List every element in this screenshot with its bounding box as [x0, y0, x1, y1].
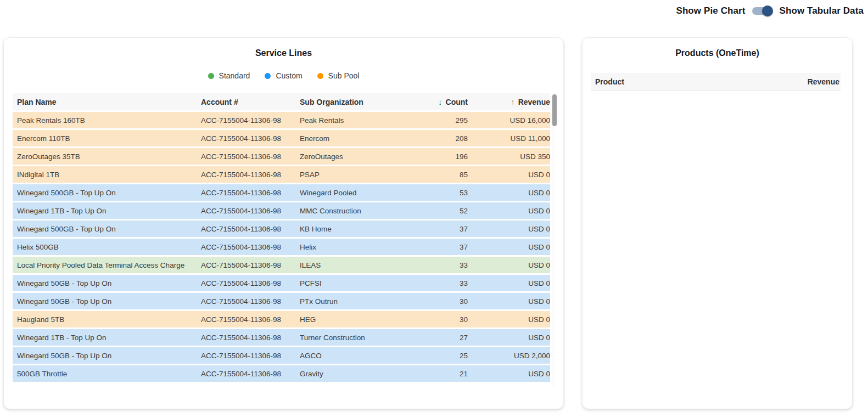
- table-row[interactable]: Winegard 50GB - Top Up OnACC-7155004-113…: [13, 293, 550, 309]
- legend-label: Custom: [276, 71, 302, 80]
- cell-revenue: USD 0: [468, 261, 550, 269]
- show-pie-chart-label[interactable]: Show Pie Chart: [676, 5, 745, 16]
- cell-revenue: USD 350: [468, 152, 550, 161]
- cell-account: ACC-7155004-11306-98: [201, 171, 300, 179]
- column-header-plan-name[interactable]: Plan Name: [17, 98, 201, 106]
- sort-descending-arrow-icon: ↓: [438, 97, 443, 106]
- table-row[interactable]: Winegard 1TB - Top Up OnACC-7155004-1130…: [13, 329, 550, 346]
- products-table-body: [591, 91, 841, 113]
- cell-account: ACC-7155004-11306-98: [201, 261, 300, 269]
- products-table-header: Product Revenue: [591, 73, 841, 91]
- cell-plan: Winegard 1TB - Top Up On: [17, 334, 201, 342]
- cell-sub-organization: Enercom: [300, 134, 396, 143]
- cell-account: ACC-7155004-11306-98: [201, 334, 300, 342]
- legend-label: Sub Pool: [328, 71, 360, 80]
- column-header-count[interactable]: ↓Count: [396, 97, 468, 106]
- column-header-sub-organization[interactable]: Sub Organization: [300, 98, 396, 106]
- cell-account: ACC-7155004-11306-98: [201, 352, 300, 360]
- cell-revenue: USD 0: [468, 370, 550, 378]
- cell-plan: Helix 500GB: [17, 243, 201, 251]
- service-lines-table-body: Peak Rentals 160TBACC-7155004-11306-98Pe…: [13, 112, 550, 382]
- table-row[interactable]: 500GB ThrottleACC-7155004-11306-98Gravit…: [13, 365, 550, 382]
- cell-sub-organization: Gravity: [300, 370, 396, 378]
- sort-ascending-arrow-icon: ↑: [511, 97, 515, 106]
- cell-revenue: USD 0: [468, 171, 550, 179]
- table-row[interactable]: Winegard 50GB - Top Up OnACC-7155004-113…: [13, 347, 550, 364]
- cell-plan: Winegard 500GB - Top Up On: [17, 189, 201, 197]
- cell-sub-organization: KB Home: [300, 225, 396, 233]
- cell-account: ACC-7155004-11306-98: [201, 370, 300, 378]
- legend-item-standard[interactable]: Standard: [208, 71, 250, 80]
- cell-count: 27: [396, 334, 468, 342]
- service-lines-table: Plan Name Account # Sub Organization ↓Co…: [13, 93, 550, 382]
- table-row[interactable]: INdigital 1TBACC-7155004-11306-98PSAP85U…: [13, 166, 550, 183]
- cell-account: ACC-7155004-11306-98: [201, 207, 300, 215]
- cell-account: ACC-7155004-11306-98: [201, 315, 300, 324]
- cell-revenue: USD 0: [468, 243, 550, 251]
- table-row[interactable]: Winegard 500GB - Top Up OnACC-7155004-11…: [13, 184, 550, 201]
- table-row[interactable]: Peak Rentals 160TBACC-7155004-11306-98Pe…: [13, 112, 550, 128]
- show-tabular-data-label[interactable]: Show Tabular Data: [780, 5, 864, 16]
- cell-sub-organization: Peak Rentals: [300, 116, 396, 125]
- column-header-account[interactable]: Account #: [201, 98, 300, 106]
- service-lines-table-header: Plan Name Account # Sub Organization ↓Co…: [13, 93, 550, 110]
- table-row[interactable]: Helix 500GBACC-7155004-11306-98Helix37US…: [13, 239, 550, 255]
- cell-plan: INdigital 1TB: [17, 171, 201, 179]
- cell-sub-organization: PSAP: [300, 171, 396, 179]
- cell-sub-organization: PTx Outrun: [300, 297, 396, 306]
- products-card: Products (OneTime) Product Revenue: [582, 37, 853, 409]
- table-row[interactable]: Winegard 500GB - Top Up OnACC-7155004-11…: [13, 221, 550, 237]
- revenue-header-label: Revenue: [518, 98, 550, 106]
- cell-count: 33: [396, 279, 468, 287]
- table-row[interactable]: Winegard 50GB - Top Up OnACC-7155004-113…: [13, 275, 550, 291]
- cell-sub-organization: Helix: [300, 243, 396, 251]
- column-header-product-revenue[interactable]: Revenue: [808, 77, 839, 86]
- cell-plan: Winegard 50GB - Top Up On: [17, 279, 201, 287]
- cell-revenue: USD 0: [468, 189, 550, 197]
- legend-item-custom[interactable]: Custom: [265, 71, 302, 80]
- service-lines-title: Service Lines: [4, 48, 563, 58]
- service-lines-legend: Standard Custom Sub Pool: [4, 71, 563, 80]
- cell-account: ACC-7155004-11306-98: [201, 297, 300, 306]
- cell-revenue: USD 0: [468, 315, 550, 324]
- cell-sub-organization: PCFSI: [300, 279, 396, 287]
- cell-count: 196: [396, 152, 468, 161]
- toggle-knob-icon: [762, 5, 773, 16]
- standard-dot-icon: [208, 73, 214, 79]
- cell-revenue: USD 0: [468, 279, 550, 287]
- cell-count: 30: [396, 315, 468, 324]
- cell-revenue: USD 2,000: [468, 352, 550, 360]
- table-scrollbar[interactable]: [552, 93, 556, 387]
- scrollbar-thumb[interactable]: [552, 94, 557, 126]
- cell-sub-organization: HEG: [300, 315, 396, 324]
- table-row[interactable]: Haugland 5TBACC-7155004-11306-98HEG30USD…: [13, 311, 550, 327]
- cell-count: 85: [396, 171, 468, 179]
- products-table: Product Revenue: [591, 73, 841, 113]
- cell-revenue: USD 0: [468, 334, 550, 342]
- cell-count: 52: [396, 207, 468, 215]
- custom-dot-icon: [265, 73, 271, 79]
- view-toggle-bar: Show Pie Chart Show Tabular Data: [0, 0, 868, 22]
- dashboard-cards: Service Lines Standard Custom Sub Pool P…: [3, 37, 868, 409]
- legend-item-sub-pool[interactable]: Sub Pool: [317, 71, 360, 80]
- cell-plan: Enercom 110TB: [17, 134, 201, 143]
- cell-account: ACC-7155004-11306-98: [201, 116, 300, 125]
- cell-sub-organization: Turner Construction: [300, 334, 396, 342]
- cell-plan: Winegard 50GB - Top Up On: [17, 297, 201, 306]
- cell-count: 37: [396, 243, 468, 251]
- table-row[interactable]: Enercom 110TBACC-7155004-11306-98Enercom…: [13, 130, 550, 146]
- cell-account: ACC-7155004-11306-98: [201, 279, 300, 287]
- legend-label: Standard: [219, 71, 250, 80]
- table-row[interactable]: ZeroOutages 35TBACC-7155004-11306-98Zero…: [13, 148, 550, 165]
- column-header-revenue[interactable]: ↑Revenue: [468, 97, 550, 106]
- cell-account: ACC-7155004-11306-98: [201, 225, 300, 233]
- cell-account: ACC-7155004-11306-98: [201, 152, 300, 161]
- pie-tabular-toggle[interactable]: [752, 5, 773, 17]
- table-row[interactable]: Winegard 1TB - Top Up OnACC-7155004-1130…: [13, 202, 550, 219]
- column-header-product[interactable]: Product: [595, 77, 808, 86]
- cell-revenue: USD 0: [468, 225, 550, 233]
- cell-plan: Local Priority Pooled Data Terminal Acce…: [17, 261, 201, 269]
- cell-sub-organization: ZeroOutages: [300, 152, 396, 161]
- cell-count: 208: [396, 134, 468, 143]
- table-row[interactable]: Local Priority Pooled Data Terminal Acce…: [13, 257, 550, 273]
